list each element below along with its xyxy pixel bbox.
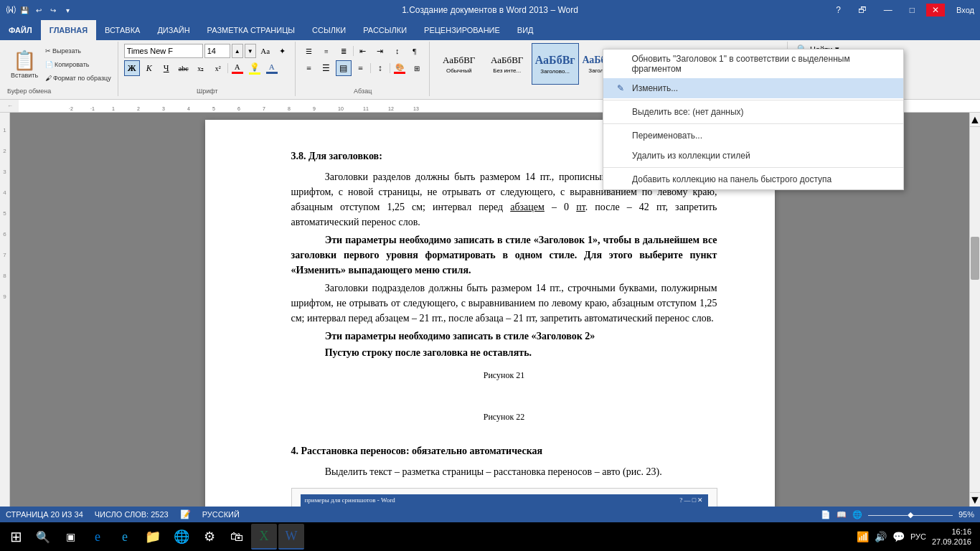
align-center-button[interactable]: ☰: [319, 60, 334, 76]
align-right-button[interactable]: ≡: [353, 60, 369, 76]
bullets-button[interactable]: ☰: [301, 43, 317, 59]
minimize-button[interactable]: —: [878, 4, 898, 17]
menu-modify-label: Изменить...: [632, 83, 678, 93]
settings-button[interactable]: ⚙: [197, 524, 222, 550]
web-view-icon[interactable]: 🌐: [852, 510, 862, 519]
bold-button[interactable]: Ж: [124, 60, 140, 76]
explorer-button[interactable]: 📁: [139, 524, 166, 550]
read-mode-icon[interactable]: 📖: [837, 510, 847, 519]
format-painter-button[interactable]: 🖌 Формат по образцу: [43, 72, 113, 85]
font-color-button[interactable]: A: [264, 60, 280, 76]
font-name-input[interactable]: [124, 44, 203, 58]
scroll-down-button[interactable]: ▼: [970, 492, 980, 507]
menu-item-rename[interactable]: Переименовать...: [603, 126, 903, 146]
tab-page-layout[interactable]: РАЗМЕТКА СТРАНИЦЫ: [199, 20, 303, 40]
copy-button[interactable]: 📄 Копировать: [43, 58, 113, 71]
context-menu: Обновить "Заголовок 1" в соответствии с …: [603, 49, 904, 190]
cortana-button[interactable]: 🌐: [168, 524, 195, 550]
zoom-slider[interactable]: —————◆—————: [868, 510, 953, 519]
start-button[interactable]: ⊞: [3, 524, 29, 550]
subscript-button[interactable]: x₂: [193, 60, 209, 76]
tab-references[interactable]: ССЫЛКИ: [303, 20, 354, 40]
align-justify-button[interactable]: ▤: [336, 60, 352, 76]
clipboard-right: ✂ Вырезать 📄 Копировать 🖌 Формат по обра…: [43, 43, 113, 85]
strikethrough-button[interactable]: abc: [176, 60, 192, 76]
underline-button[interactable]: Ч: [159, 60, 174, 76]
tab-home[interactable]: ГЛАВНАЯ: [41, 20, 96, 40]
edge-button[interactable]: e: [85, 524, 110, 550]
style-no-interval[interactable]: АаБбВГ Без инте...: [484, 43, 531, 85]
menu-update-label: Обновить "Заголовок 1" в соответствии с …: [631, 54, 892, 74]
paste-icon: 📋: [13, 50, 36, 72]
font-size-down-button[interactable]: ▼: [245, 44, 256, 58]
ribbon-tabs: ФАЙЛ ГЛАВНАЯ ВСТАВКА ДИЗАЙН РАЗМЕТКА СТР…: [0, 20, 980, 40]
sort-button[interactable]: ↕: [390, 43, 405, 59]
increase-indent-button[interactable]: ⇥: [372, 43, 388, 59]
vertical-scrollbar[interactable]: ▲ ▼: [969, 113, 980, 507]
lang-indicator[interactable]: РУС: [910, 532, 926, 541]
taskbar-time: 16:16 27.09.2016: [932, 527, 977, 547]
maximize-button[interactable]: □: [904, 4, 920, 17]
multilevel-button[interactable]: ≣: [336, 43, 352, 59]
paste-button[interactable]: 📋 Вставить: [7, 44, 42, 83]
network-icon: 📶: [857, 531, 869, 543]
highlight-color-button[interactable]: 💡: [247, 60, 263, 76]
qa-redo-icon[interactable]: ↪: [47, 4, 59, 16]
clipboard-label: Буфер обмена: [7, 88, 51, 95]
excel-button[interactable]: X: [251, 524, 277, 550]
font-size-input[interactable]: [204, 44, 230, 58]
decrease-indent-button[interactable]: ⇤: [355, 43, 371, 59]
qa-more-icon[interactable]: ▾: [62, 4, 73, 16]
status-bar: СТРАНИЦА 20 ИЗ 34 ЧИСЛО СЛОВ: 2523 📝 РУС…: [0, 507, 980, 522]
menu-addpanel-icon: [615, 174, 626, 185]
cut-button[interactable]: ✂ Вырезать: [43, 44, 113, 57]
show-formatting-button[interactable]: ¶: [407, 43, 423, 59]
menu-item-modify[interactable]: ✎ Изменить...: [603, 78, 903, 98]
task-view-button[interactable]: ▣: [57, 524, 83, 550]
figure-22-caption: Рисунок 22: [291, 410, 717, 423]
tab-mailings[interactable]: РАССЫЛКИ: [354, 20, 415, 40]
font-size-up-button[interactable]: ▲: [232, 44, 243, 58]
section-38-para5: Пустую строку после заголовка не оставля…: [291, 345, 717, 360]
style-heading1[interactable]: АаБбВг Заголово...: [532, 43, 579, 85]
ie-button[interactable]: e: [112, 524, 138, 550]
doc-icon: 📝: [180, 509, 191, 519]
shading-button[interactable]: 🎨: [392, 60, 407, 76]
font-case-button[interactable]: Аа: [258, 43, 273, 59]
borders-button[interactable]: ⊞: [409, 60, 425, 76]
align-left-button[interactable]: ≡: [301, 60, 317, 76]
tab-review[interactable]: РЕЦЕНЗИРОВАНИЕ: [415, 20, 509, 40]
store-button[interactable]: 🛍: [224, 524, 250, 550]
word-count-status: ЧИСЛО СЛОВ: 2523: [95, 510, 169, 519]
view-mode-icon[interactable]: 📄: [821, 510, 831, 519]
tab-file[interactable]: ФАЙЛ: [0, 20, 41, 40]
tab-insert[interactable]: ВСТАВКА: [96, 20, 149, 40]
text-color-button[interactable]: А: [230, 60, 245, 76]
clear-format-button[interactable]: ✦: [275, 43, 291, 59]
tab-view[interactable]: ВИД: [509, 20, 542, 40]
menu-item-addpanel[interactable]: Добавить коллекцию на панель быстрого до…: [603, 169, 903, 189]
menu-item-delete[interactable]: Удалить из коллекции стилей: [603, 146, 903, 166]
qa-save-icon[interactable]: 💾: [19, 4, 30, 16]
style-normal[interactable]: АаБбВГ Обычный: [435, 43, 483, 85]
figure-21-caption: Рисунок 21: [291, 369, 717, 382]
qa-undo-icon[interactable]: ↩: [33, 4, 44, 16]
close-button[interactable]: ✕: [926, 4, 945, 17]
search-button[interactable]: 🔍: [30, 524, 56, 550]
italic-button[interactable]: К: [141, 60, 157, 76]
scroll-thumb[interactable]: [971, 237, 979, 280]
menu-delete-icon: [615, 150, 626, 161]
ribbon-collapse-icon[interactable]: 🗗: [852, 4, 872, 17]
page-number-status: СТРАНИЦА 20 ИЗ 34: [6, 510, 83, 519]
menu-rename-label: Переименовать...: [632, 131, 702, 141]
word-button[interactable]: W: [278, 524, 304, 550]
scroll-up-button[interactable]: ▲: [970, 113, 980, 127]
menu-item-update[interactable]: Обновить "Заголовок 1" в соответствии с …: [603, 50, 903, 78]
help-icon[interactable]: ?: [830, 4, 847, 17]
superscript-button[interactable]: x²: [210, 60, 226, 76]
numbering-button[interactable]: ≡: [319, 43, 334, 59]
menu-item-selectall[interactable]: Выделить все: (нет данных): [603, 102, 903, 122]
signin-label[interactable]: Вход: [956, 6, 974, 14]
line-spacing-button[interactable]: ↕: [372, 60, 388, 76]
tab-design[interactable]: ДИЗАЙН: [149, 20, 198, 40]
